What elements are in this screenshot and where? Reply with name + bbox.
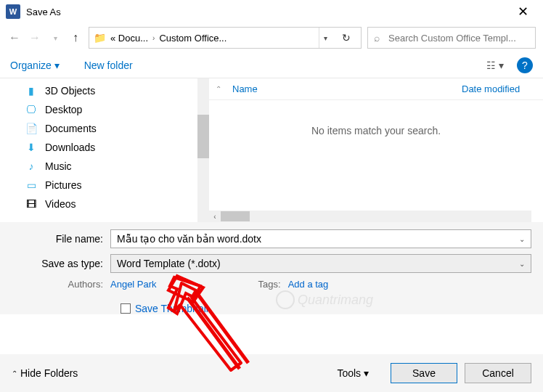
documents-icon: 📄 (25, 123, 38, 134)
footer: ⌃ Hide Folders Tools ▾ Save Cancel (0, 354, 543, 392)
address-dropdown[interactable]: ▾ (319, 28, 332, 48)
scroll-left-icon[interactable]: ‹ (209, 213, 221, 221)
tree-item-label: Desktop (45, 104, 82, 115)
desktop-icon: 🖵 (25, 104, 38, 115)
tree-item-pictures[interactable]: ▭Pictures (13, 176, 209, 195)
tree-item-label: Documents (45, 123, 97, 134)
forward-button[interactable]: → (28, 31, 42, 44)
view-options-button[interactable]: ☷ ▾ (486, 60, 504, 71)
authors-value[interactable]: Angel Park (110, 279, 157, 290)
search-box[interactable]: ⌕ (367, 27, 536, 49)
tree-item-label: Pictures (45, 179, 82, 191)
tree-item-label: Downloads (45, 142, 95, 153)
list-horizontal-scrollbar[interactable]: ‹ (209, 211, 531, 222)
save-thumbnail-checkbox[interactable] (121, 303, 131, 314)
tree-item-documents[interactable]: 📄Documents (13, 119, 209, 138)
chevron-down-icon[interactable]: ⌄ (519, 260, 525, 268)
cube-icon: ▮ (25, 85, 38, 97)
recent-dropdown[interactable]: ▾ (48, 34, 62, 42)
word-app-icon: W (6, 4, 20, 19)
address-bar[interactable]: 📁 « Docu... › Custom Office... ▾ ↻ (89, 27, 362, 49)
up-button[interactable]: ↑ (68, 31, 83, 44)
videos-icon: 🎞 (25, 198, 38, 210)
file-list: ⌃ Name Date modified No items match your… (209, 78, 543, 222)
tree-item-videos[interactable]: 🎞Videos (13, 195, 209, 213)
refresh-button[interactable]: ↻ (336, 32, 356, 44)
authors-label: Authors: (12, 279, 110, 290)
title-bar: W Save As ✕ (0, 0, 543, 23)
tree-item-desktop[interactable]: 🖵Desktop (13, 100, 209, 119)
save-thumbnail-label: Save Thumbnail (135, 303, 208, 314)
filename-input[interactable]: Mẫu tạo cho văn bản word.dotx ⌄ (110, 229, 531, 248)
search-input[interactable] (387, 32, 529, 44)
pictures-icon: ▭ (25, 179, 38, 191)
tree-item-label: Music (45, 160, 72, 172)
help-button[interactable]: ? (517, 57, 533, 73)
close-button[interactable]: ✕ (508, 4, 537, 20)
search-icon: ⌕ (374, 32, 380, 44)
sort-indicator-icon: ⌃ (209, 85, 228, 93)
toolbar: Organize ▾ New folder ☷ ▾ ? (0, 52, 543, 78)
tree-item-label: 3D Objects (45, 85, 95, 97)
filename-value: Mẫu tạo cho văn bản word.dotx (117, 233, 261, 245)
new-folder-button[interactable]: New folder (84, 60, 133, 71)
chevron-right-icon: › (152, 34, 155, 42)
hide-folders-button[interactable]: ⌃ Hide Folders (12, 367, 78, 379)
tree-scrollbar-thumb[interactable] (197, 115, 209, 158)
tree-item-downloads[interactable]: ⬇Downloads (13, 138, 209, 157)
breadcrumb-2[interactable]: Custom Office... (159, 33, 226, 44)
column-name[interactable]: Name (228, 83, 462, 94)
tags-value[interactable]: Add a tag (288, 279, 329, 290)
window-title: Save As (26, 7, 508, 17)
tools-menu[interactable]: Tools ▾ (337, 367, 369, 379)
downloads-icon: ⬇ (25, 142, 38, 153)
organize-menu[interactable]: Organize ▾ (10, 60, 60, 71)
column-date-modified[interactable]: Date modified (462, 83, 543, 94)
music-icon: ♪ (25, 160, 38, 172)
save-button[interactable]: Save (391, 363, 457, 383)
breadcrumb-1[interactable]: « Docu... (110, 33, 148, 44)
folder-icon: 📁 (94, 32, 106, 44)
save-as-type-select[interactable]: Word Template (*.dotx) ⌄ (110, 254, 531, 273)
tree-item-3d-objects[interactable]: ▮3D Objects (13, 81, 209, 100)
scroll-thumb[interactable] (221, 211, 250, 221)
save-as-type-value: Word Template (*.dotx) (117, 258, 221, 269)
cancel-button[interactable]: Cancel (465, 363, 531, 383)
save-form: File name: Mẫu tạo cho văn bản word.dotx… (0, 222, 543, 314)
back-button[interactable]: ← (7, 31, 22, 44)
filename-label: File name: (12, 233, 110, 245)
tree-item-label: Videos (45, 198, 76, 210)
chevron-down-icon[interactable]: ⌄ (519, 235, 525, 243)
save-as-type-label: Save as type: (12, 258, 110, 269)
tags-label: Tags: (258, 279, 281, 290)
tree-item-music[interactable]: ♪Music (13, 157, 209, 176)
main-area: ▮3D Objects 🖵Desktop 📄Documents ⬇Downloa… (0, 78, 543, 222)
nav-row: ← → ▾ ↑ 📁 « Docu... › Custom Office... ▾… (0, 23, 543, 52)
chevron-up-icon: ⌃ (12, 369, 17, 377)
empty-message: No items match your search. (209, 100, 543, 222)
list-header: ⌃ Name Date modified (209, 78, 543, 100)
folder-tree: ▮3D Objects 🖵Desktop 📄Documents ⬇Downloa… (0, 78, 209, 222)
